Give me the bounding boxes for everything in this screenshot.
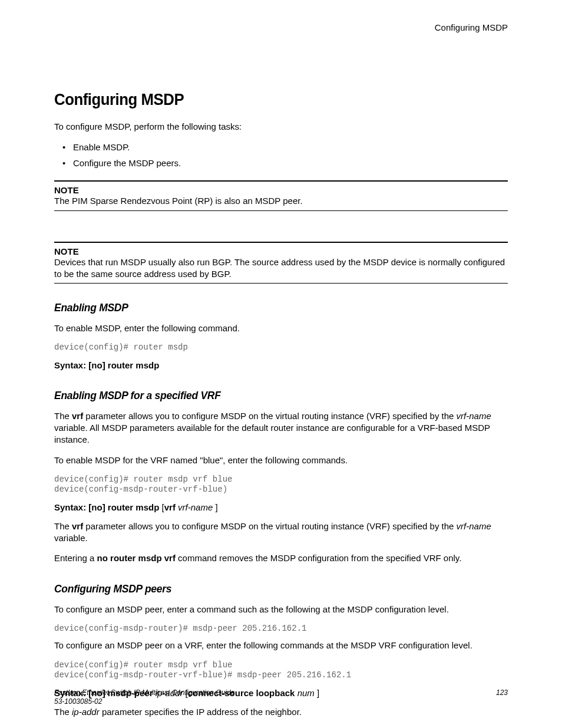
syntax-text: Syntax: [no] router msdp xyxy=(54,502,159,512)
list-item: Configure the MSDP peers. xyxy=(73,157,508,170)
subheading-enabling-msdp-vrf: Enabling MSDP for a specified VRF xyxy=(54,389,471,402)
note-block: NOTE Devices that run MSDP usually also … xyxy=(54,242,508,284)
syntax-text: [ xyxy=(159,502,164,512)
intro-paragraph: To configure MSDP, perform the following… xyxy=(54,121,508,133)
footer-doc-title: FastIron Ethernet Switch IP Multicast Co… xyxy=(54,689,234,697)
body-text: To enable MSDP for the VRF named "blue",… xyxy=(54,454,508,466)
note-block: NOTE The PIM Sparse Rendezvous Point (RP… xyxy=(54,180,508,210)
subheading-configuring-msdp-peers: Configuring MSDP peers xyxy=(54,582,471,595)
text-run-bold: no router msdp vrf xyxy=(97,553,176,563)
note-text: Devices that run MSDP usually also run B… xyxy=(54,256,508,281)
syntax-text: Syntax: [no] router msdp xyxy=(54,360,159,370)
text-run: parameter specifies the IP address of th… xyxy=(100,707,302,717)
note-label: NOTE xyxy=(54,246,508,256)
text-run-italic: vrf-name xyxy=(457,411,491,421)
running-header: Configuring MSDP xyxy=(54,22,508,32)
text-run-italic: vrf-name xyxy=(457,521,491,531)
note-text: The PIM Sparse Rendezvous Point (RP) is … xyxy=(54,195,508,207)
body-text: The vrf parameter allows you to configur… xyxy=(54,410,508,446)
syntax-text: ] xyxy=(213,502,217,512)
code-block: device(config)# router msdp xyxy=(54,342,508,353)
body-text: Entering a no router msdp vrf command re… xyxy=(54,552,508,564)
text-run-bold: vrf xyxy=(72,521,83,531)
text-run: parameter allows you to configure MSDP o… xyxy=(83,521,456,531)
code-block: device(config)# router msdp vrf blue dev… xyxy=(54,660,508,681)
text-run: The xyxy=(54,521,72,531)
subheading-enabling-msdp: Enabling MSDP xyxy=(54,301,471,314)
text-run-italic: ip-addr xyxy=(72,707,100,717)
body-text: The vrf parameter allows you to configur… xyxy=(54,521,508,545)
text-run: The xyxy=(54,707,72,717)
body-text: To configure an MSDP peer, enter a comma… xyxy=(54,604,508,615)
body-text: To enable MSDP, enter the following comm… xyxy=(54,322,508,334)
list-item: Enable MSDP. xyxy=(73,141,508,154)
text-run: parameter allows you to configure MSDP o… xyxy=(83,411,456,421)
syntax-text-italic: vrf-name xyxy=(178,502,213,512)
footer-page-number: 123 xyxy=(496,689,508,697)
code-block: device(config-msdp-router)# msdp-peer 20… xyxy=(54,624,508,634)
text-run-bold: vrf xyxy=(72,411,83,421)
body-text: The ip-addr parameter specifies the IP a… xyxy=(54,706,508,718)
syntax-line: Syntax: [no] router msdp [vrf vrf-name ] xyxy=(54,501,508,513)
syntax-text: vrf xyxy=(164,502,176,512)
text-run: variable. All MSDP parameters available … xyxy=(54,423,490,444)
task-list: Enable MSDP. Configure the MSDP peers. xyxy=(54,141,508,170)
text-run: Entering a xyxy=(54,553,97,563)
text-run: The xyxy=(54,411,72,421)
footer-doc-number: 53-1003085-02 xyxy=(54,697,102,706)
text-run: variable. xyxy=(54,533,88,543)
note-label: NOTE xyxy=(54,185,508,195)
syntax-line: Syntax: [no] router msdp xyxy=(54,359,508,371)
body-text: To configure an MSDP peer on a VRF, ente… xyxy=(54,640,508,651)
page-title: Configuring MSDP xyxy=(54,90,471,109)
code-block: device(config)# router msdp vrf blue dev… xyxy=(54,475,508,495)
page-footer: FastIron Ethernet Switch IP Multicast Co… xyxy=(54,689,508,707)
text-run: command removes the MSDP configuration f… xyxy=(176,553,462,563)
